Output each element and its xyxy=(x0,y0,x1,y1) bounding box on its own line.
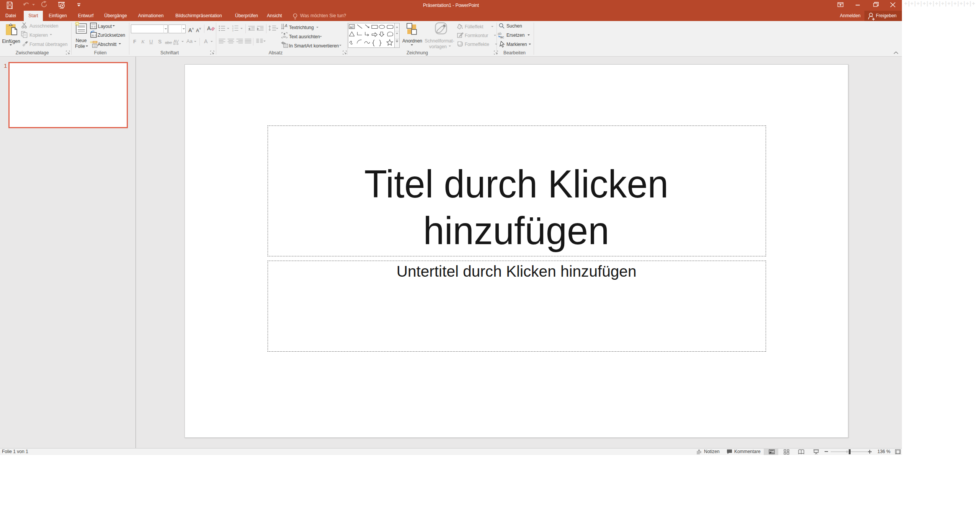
svg-text:ac: ac xyxy=(500,35,504,39)
svg-text:3: 3 xyxy=(232,29,234,32)
svg-text:A: A xyxy=(284,23,287,28)
